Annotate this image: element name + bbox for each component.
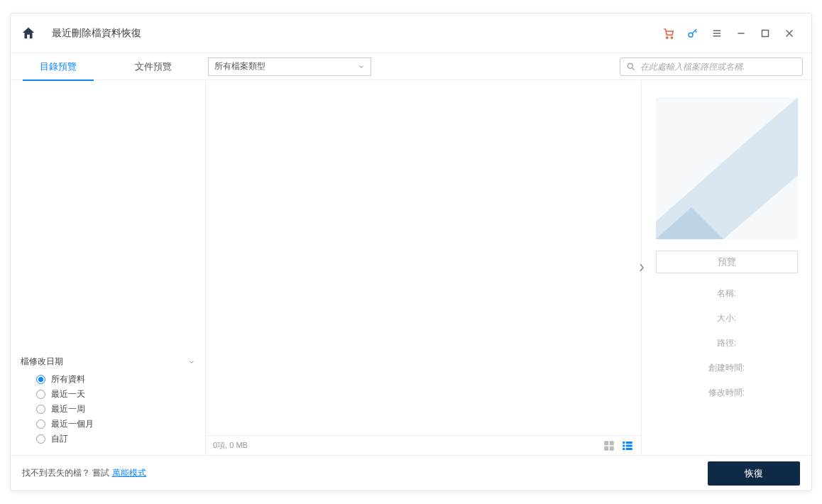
grid-view-button[interactable] xyxy=(603,439,615,452)
footer-prompt: 找不到丟失的檔？ 嘗試 xyxy=(22,468,112,478)
meta-size-label: 大小: xyxy=(717,312,736,324)
filetype-select-label: 所有檔案類型 xyxy=(214,60,265,72)
chevron-down-icon xyxy=(188,358,195,366)
svg-rect-6 xyxy=(610,441,614,445)
file-metadata: 名稱: 大小: 路徑: 創建時間: 修改時間: xyxy=(654,287,799,399)
date-filter-option[interactable]: 最近一天 xyxy=(36,388,195,400)
cart-icon[interactable] xyxy=(657,21,681,45)
content-area: 檔修改日期 所有資料最近一天最近一周最近一個月自訂 0項, 0 MB xyxy=(11,80,811,455)
file-list xyxy=(206,80,641,435)
expand-handle[interactable] xyxy=(638,262,645,273)
titlebar: 最近刪除檔資料恢復 xyxy=(11,13,811,53)
toolbar: 目錄預覽 文件預覽 所有檔案類型 xyxy=(11,53,811,80)
key-icon[interactable] xyxy=(681,21,705,45)
date-filter-option-label: 最近一個月 xyxy=(51,418,94,430)
svg-rect-5 xyxy=(604,441,608,445)
maximize-button[interactable] xyxy=(753,21,777,45)
radio-icon xyxy=(36,434,45,444)
svg-point-4 xyxy=(628,63,632,68)
meta-name-label: 名稱: xyxy=(717,287,736,300)
svg-point-1 xyxy=(671,36,672,38)
search-input[interactable] xyxy=(640,62,796,72)
home-icon[interactable] xyxy=(21,26,36,41)
preview-thumbnail xyxy=(656,97,798,239)
file-list-panel: 0項, 0 MB xyxy=(206,80,641,455)
date-filter-option-label: 所有資料 xyxy=(51,373,85,385)
minimize-button[interactable] xyxy=(729,21,753,45)
statusbar: 0項, 0 MB xyxy=(206,435,641,455)
svg-rect-13 xyxy=(623,448,625,450)
window-title: 最近刪除檔資料恢復 xyxy=(52,27,141,40)
preview-button[interactable]: 預覽 xyxy=(656,251,798,273)
chevron-down-icon xyxy=(358,63,365,70)
svg-rect-12 xyxy=(626,444,632,447)
tab-file-preview[interactable]: 文件預覽 xyxy=(106,53,201,80)
recover-button[interactable]: 恢復 xyxy=(708,461,800,486)
svg-rect-10 xyxy=(626,442,632,444)
search-icon xyxy=(626,62,636,72)
svg-rect-11 xyxy=(623,444,625,447)
search-box xyxy=(620,57,803,76)
footer-text: 找不到丟失的檔？ 嘗試 萬能模式 xyxy=(22,467,146,479)
date-filter-panel: 檔修改日期 所有資料最近一天最近一周最近一個月自訂 xyxy=(11,351,205,455)
directory-tree xyxy=(11,80,205,351)
radio-icon xyxy=(36,390,45,399)
radio-icon xyxy=(36,375,45,384)
svg-point-2 xyxy=(689,33,693,37)
preview-panel: 預覽 名稱: 大小: 路徑: 創建時間: 修改時間: xyxy=(641,80,811,455)
meta-created-label: 創建時間: xyxy=(708,362,745,374)
svg-point-0 xyxy=(667,36,668,38)
date-filter-label: 檔修改日期 xyxy=(21,356,63,368)
universal-mode-link[interactable]: 萬能模式 xyxy=(112,468,146,478)
menu-icon[interactable] xyxy=(705,21,729,45)
svg-rect-8 xyxy=(610,446,614,450)
date-filter-option[interactable]: 所有資料 xyxy=(36,373,195,385)
meta-modified-label: 修改時間: xyxy=(708,387,745,399)
svg-rect-9 xyxy=(623,442,625,444)
radio-icon xyxy=(36,405,45,414)
meta-path-label: 路徑: xyxy=(717,337,736,349)
footer: 找不到丟失的檔？ 嘗試 萬能模式 恢復 xyxy=(11,455,811,491)
date-filter-option-label: 自訂 xyxy=(51,433,68,445)
date-filter-option[interactable]: 自訂 xyxy=(36,433,195,445)
svg-rect-3 xyxy=(762,30,769,36)
svg-rect-7 xyxy=(604,446,608,450)
tab-directory-preview[interactable]: 目錄預覽 xyxy=(11,53,106,80)
filetype-select[interactable]: 所有檔案類型 xyxy=(208,57,371,76)
list-view-button[interactable] xyxy=(621,439,634,452)
date-filter-option[interactable]: 最近一周 xyxy=(36,403,195,415)
close-button[interactable] xyxy=(777,21,801,45)
svg-rect-14 xyxy=(626,448,632,450)
radio-icon xyxy=(36,420,45,429)
status-text: 0項, 0 MB xyxy=(213,440,248,451)
date-filter-header[interactable]: 檔修改日期 xyxy=(21,356,195,368)
left-panel: 檔修改日期 所有資料最近一天最近一周最近一個月自訂 xyxy=(11,80,206,455)
date-filter-option-label: 最近一周 xyxy=(51,403,85,415)
app-window: 最近刪除檔資料恢復 目錄預覽 文件預覽 所有檔案類型 xyxy=(10,13,812,491)
view-toggle xyxy=(603,439,634,452)
date-filter-option[interactable]: 最近一個月 xyxy=(36,418,195,430)
date-filter-option-label: 最近一天 xyxy=(51,388,85,400)
